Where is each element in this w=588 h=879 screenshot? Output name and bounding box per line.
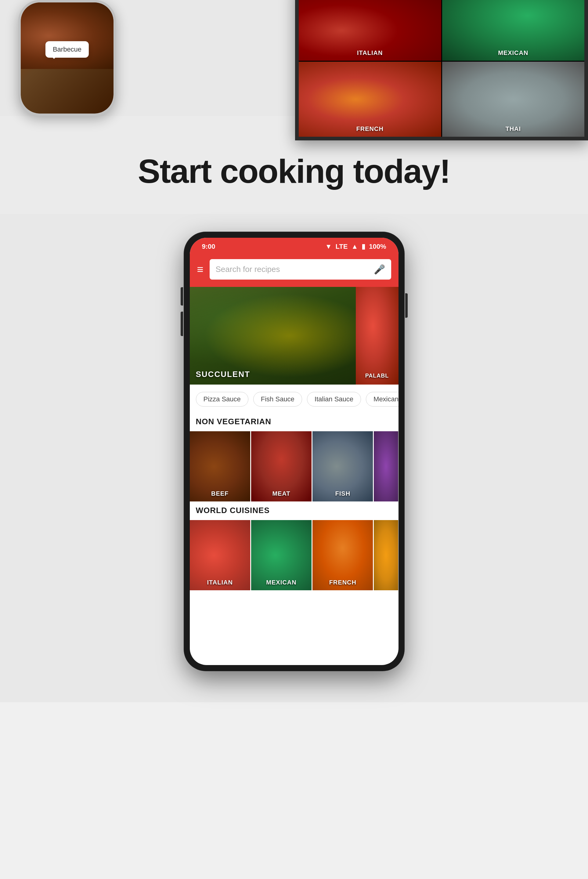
watch-tooltip: Barbecue <box>45 41 89 58</box>
hero-side-food-bg <box>356 287 399 385</box>
hero-main-label: SUCCULENT <box>196 370 250 379</box>
microphone-icon[interactable]: 🎤 <box>374 264 385 274</box>
search-bar-container: ≡ Search for recipes 🎤 <box>190 255 399 287</box>
status-bar: 9:00 ▼ LTE ▲ ▮ 100% <box>190 238 399 255</box>
status-time: 9:00 <box>202 243 215 250</box>
cta-title: Start cooking today! <box>0 153 588 189</box>
category-extra[interactable] <box>374 431 398 501</box>
top-section: Barbecue ITALIAN MEXICAN FRENCH <box>0 0 588 116</box>
watch-screen: Barbecue <box>21 3 114 114</box>
world-cell-french[interactable]: FRENCH <box>312 520 373 590</box>
lte-label: LTE <box>336 243 348 250</box>
category-fish[interactable]: FISH <box>312 431 373 501</box>
meat-label: MEAT <box>272 490 290 497</box>
phone-side-vol-down <box>181 312 183 336</box>
tablet-cell-italian[interactable]: ITALIAN <box>299 0 441 61</box>
hero-side-label: PALABL <box>365 373 389 379</box>
non-veg-grid: BEEF MEAT FISH <box>190 431 399 501</box>
phone-body: 9:00 ▼ LTE ▲ ▮ 100% ≡ Search for recipes… <box>184 232 404 670</box>
tablet-screen: ITALIAN MEXICAN FRENCH THAI <box>299 0 584 137</box>
battery-icon: ▮ <box>362 243 365 250</box>
tablet-french-label: FRENCH <box>356 126 384 132</box>
hero-images: SUCCULENT PALABL <box>190 287 399 385</box>
phone-side-power-button <box>405 293 408 318</box>
non-veg-header: NON VEGETARIAN <box>190 414 399 431</box>
world-cuisines-grid: ITALIAN MEXICAN FRENCH <box>190 520 399 590</box>
watch-tooltip-label: Barbecue <box>53 45 81 53</box>
chip-mexican-sauce[interactable]: Mexican Sauce <box>366 392 398 406</box>
world-cuisines-header: WORLD CUISINES <box>190 502 399 520</box>
phone-section: 9:00 ▼ LTE ▲ ▮ 100% ≡ Search for recipes… <box>0 214 588 702</box>
status-icons: ▼ LTE ▲ ▮ 100% <box>325 243 386 250</box>
hero-main-image[interactable]: SUCCULENT <box>190 287 356 385</box>
beef-label: BEEF <box>211 490 228 497</box>
battery-label: 100% <box>369 243 386 250</box>
extra-world-bg <box>374 520 398 590</box>
fish-label: FISH <box>335 490 351 497</box>
search-input-wrap[interactable]: Search for recipes 🎤 <box>210 259 391 280</box>
signal-icon: ▲ <box>351 243 358 250</box>
tablet-mexican-label: MEXICAN <box>498 50 528 57</box>
tablet-body: ITALIAN MEXICAN FRENCH THAI <box>295 0 588 140</box>
tablet-thai-label: THAI <box>505 126 521 132</box>
world-cell-italian[interactable]: ITALIAN <box>190 520 250 590</box>
wifi-icon: ▼ <box>325 243 332 250</box>
watch-food-bg <box>21 3 114 69</box>
tablet-italian-label: ITALIAN <box>357 50 382 57</box>
phone-side-vol-up <box>181 287 183 306</box>
tablet-cell-mexican[interactable]: MEXICAN <box>442 0 585 61</box>
chip-italian-sauce[interactable]: Italian Sauce <box>307 392 361 406</box>
tablet-container: ITALIAN MEXICAN FRENCH THAI <box>295 0 588 140</box>
phone-outer: 9:00 ▼ LTE ▲ ▮ 100% ≡ Search for recipes… <box>178 232 410 670</box>
tablet-cell-thai[interactable]: THAI <box>442 62 585 137</box>
phone-screen: 9:00 ▼ LTE ▲ ▮ 100% ≡ Search for recipes… <box>190 238 399 665</box>
search-placeholder: Search for recipes <box>216 265 280 274</box>
chip-pizza-sauce[interactable]: Pizza Sauce <box>196 392 248 406</box>
chip-fish-sauce[interactable]: Fish Sauce <box>253 392 302 406</box>
chips-row: Pizza Sauce Fish Sauce Italian Sauce Mex… <box>190 385 399 414</box>
french-world-label: FRENCH <box>329 579 356 586</box>
category-meat[interactable]: MEAT <box>251 431 312 501</box>
italian-world-label: ITALIAN <box>207 579 232 586</box>
watch-body: Barbecue <box>18 0 116 116</box>
hamburger-menu-icon[interactable]: ≡ <box>197 263 204 276</box>
world-cell-mexican[interactable]: MEXICAN <box>251 520 312 590</box>
category-beef[interactable]: BEEF <box>190 431 250 501</box>
tablet-cell-french[interactable]: FRENCH <box>299 62 441 137</box>
mexican-world-label: MEXICAN <box>266 579 296 586</box>
hero-side-image[interactable]: PALABL <box>356 287 399 385</box>
extra-food-bg <box>374 431 398 501</box>
world-cell-extra[interactable] <box>374 520 398 590</box>
watch-container: Barbecue <box>9 0 125 116</box>
